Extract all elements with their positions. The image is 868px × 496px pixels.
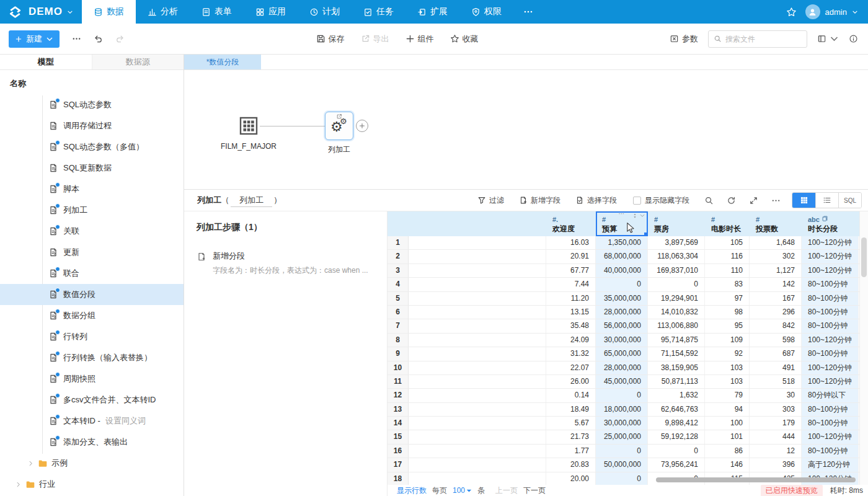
tree-item[interactable]: SQL动态参数（多值） [0, 136, 184, 157]
tree-item-label: 脚本 [63, 184, 79, 195]
table-cell: 12 [750, 445, 802, 458]
list-view-button[interactable] [815, 193, 838, 208]
brand[interactable]: DEMO [0, 0, 82, 24]
nav-tab-tasks[interactable]: 任务 [352, 0, 405, 24]
process-node[interactable]: ⚙ ⚙ [325, 112, 353, 140]
column-type-icon: abc [808, 215, 859, 224]
column-menu-caret-icon[interactable] [639, 213, 645, 219]
show-hidden-fields-toggle[interactable]: 显示隐藏字段 [633, 195, 689, 206]
nav-tab-chart[interactable]: 分析 [136, 0, 190, 24]
doc-select-icon [575, 196, 584, 205]
table-cell: 50,000,000 [596, 458, 648, 471]
table-cell: 105 [705, 236, 750, 249]
tree-item[interactable]: SQL动态参数 [0, 94, 184, 115]
tree-item[interactable]: 调用存储过程 [0, 115, 184, 136]
tree-item[interactable]: 多csv文件合并、文本转ID [0, 389, 184, 410]
tree-item[interactable]: 数值分段 [0, 284, 184, 305]
tree-item[interactable]: 周期快照 [0, 368, 184, 389]
drag-dots-icon[interactable]: ⋯ [619, 211, 626, 216]
tree-item[interactable]: 关联 [0, 221, 184, 242]
search-input[interactable] [725, 35, 794, 43]
more-icon[interactable] [771, 196, 781, 205]
column-header-2[interactable]: #预算⋯ [596, 211, 648, 236]
sidebar-tab[interactable]: 模型 [0, 55, 92, 69]
new-button[interactable]: 新建 [9, 30, 60, 48]
expand-icon[interactable] [749, 196, 758, 205]
horizontal-scroll-thumb[interactable] [656, 477, 856, 482]
tree-item-label: 文本转ID - [63, 415, 100, 427]
tree-item[interactable]: 添加分支、表输出 [0, 432, 184, 453]
nav-tab-shield[interactable]: 权限 [459, 0, 513, 24]
tree-item[interactable]: 联合 [0, 263, 184, 284]
show-row-count-link[interactable]: 显示行数 [397, 485, 427, 496]
table-cell [409, 403, 546, 416]
search-icon[interactable] [704, 196, 714, 205]
tree-item[interactable]: SQL更新数据 [0, 157, 184, 179]
column-type-icon [415, 215, 546, 224]
tree-item[interactable]: 行转列 [0, 326, 184, 347]
table-view-button[interactable] [792, 193, 815, 208]
node-name-field[interactable]: 列加工 [231, 194, 272, 207]
vertical-scrollbar[interactable] [859, 211, 868, 485]
user-menu[interactable]: admin [805, 4, 858, 19]
tree-item[interactable]: 列加工 [0, 200, 184, 221]
tree-item-label: 数据分组 [63, 310, 95, 321]
column-header-6[interactable]: abc时长分段 [802, 211, 859, 236]
info-button[interactable] [849, 34, 858, 43]
table-node-icon[interactable] [239, 116, 259, 136]
nav-tab-label: 应用 [268, 6, 286, 17]
tree-folder[interactable]: 示例 [0, 453, 184, 474]
doc-add-action-button[interactable]: 新增字段 [519, 195, 560, 206]
nav-tab-extension[interactable]: 扩展 [405, 0, 459, 24]
column-header-5[interactable]: #投票数 [750, 211, 802, 236]
save-button[interactable]: 保存 [316, 33, 345, 45]
tree-folder[interactable]: 行业 [0, 474, 184, 495]
table-cell [409, 319, 546, 332]
prev-page-button[interactable]: 上一页 [495, 485, 518, 496]
step-texts: 新增分段 字段名为：时长分段，表达式为：case when ... [213, 250, 379, 276]
nav-more-button[interactable] [513, 0, 543, 24]
per-page-select[interactable]: 100 [453, 486, 472, 495]
doc-tab-numeric-segment[interactable]: *数值分段 [184, 55, 261, 69]
nav-tab-apps[interactable]: 应用 [244, 0, 298, 24]
column-header-4[interactable]: #电影时长 [705, 211, 750, 236]
tree-item[interactable]: 更新 [0, 242, 184, 263]
export-button[interactable]: 导出 [361, 33, 389, 45]
tree-item-label: 关联 [63, 226, 79, 237]
column-header-3[interactable]: #票房 [648, 211, 705, 236]
sql-view-button[interactable]: SQL [838, 193, 861, 208]
more-actions-button[interactable] [72, 34, 81, 43]
component-button[interactable]: 组件 [405, 33, 434, 45]
redo-button[interactable] [115, 34, 125, 43]
published-badge-icon [55, 351, 60, 356]
sidebar-tab[interactable]: 数据源 [92, 55, 184, 69]
column-label: 欢迎度 [552, 224, 596, 234]
table-cell: 80~100分钟 [802, 417, 859, 430]
nav-tab-form[interactable]: 表单 [190, 0, 244, 24]
parameters-button[interactable]: 参数 [670, 33, 698, 45]
tree-item[interactable]: 脚本 [0, 179, 184, 200]
favorite-button[interactable]: 收藏 [450, 33, 479, 45]
column-header-1[interactable]: #.欢迎度 [546, 211, 596, 236]
doc-select-action-button[interactable]: 选择字段 [575, 195, 617, 206]
favorite-star-icon[interactable] [786, 7, 797, 17]
form-icon [202, 7, 211, 17]
add-node-button[interactable] [356, 120, 368, 132]
next-page-button[interactable]: 下一页 [523, 485, 546, 496]
tree-item[interactable]: 数据分组 [0, 305, 184, 326]
layout-toggle-button[interactable] [817, 34, 839, 43]
step-item[interactable]: 新增分段 字段名为：时长分段，表达式为：case when ... [197, 250, 374, 276]
refresh-icon[interactable] [727, 196, 736, 205]
tree-item[interactable]: 行列转换（输入表替换） [0, 347, 184, 368]
tree-item[interactable]: 文本转ID - 设置同义词 [0, 410, 184, 432]
sort-icon[interactable] [632, 213, 638, 219]
funnel-action-button[interactable]: 过滤 [477, 195, 504, 206]
nav-tab-label: 计划 [322, 6, 340, 17]
nav-tab-clock[interactable]: 计划 [298, 0, 352, 24]
row-number-cell: 7 [388, 319, 409, 332]
column-header-0[interactable] [409, 211, 546, 236]
model-canvas[interactable]: FILM_F_MAJOR ⚙ ⚙ 列加工 [184, 70, 868, 189]
undo-button[interactable] [94, 34, 103, 43]
vertical-scroll-thumb[interactable] [861, 237, 867, 277]
nav-tab-database[interactable]: 数据 [82, 0, 136, 24]
